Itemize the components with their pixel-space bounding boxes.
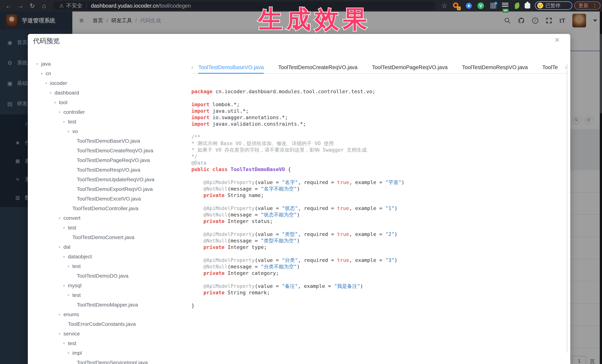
extension-list-icon[interactable]: on [502, 2, 509, 10]
tree-file[interactable]: ToolTestDemoConvert.java [36, 233, 190, 242]
caret-down-icon[interactable]: ▾ [41, 71, 46, 76]
tree-folder[interactable]: ▾convert [36, 213, 190, 223]
forward-icon[interactable]: → [15, 0, 26, 11]
caret-down-icon[interactable]: ▾ [45, 81, 50, 85]
extension-pin-icon[interactable] [465, 2, 473, 10]
tree-file[interactable]: ToolErrorCodeConstants.java [36, 319, 190, 329]
tree-folder[interactable]: ▾enums [36, 310, 190, 319]
menu-dots-icon[interactable]: ⋮ [592, 3, 597, 9]
dialog-title: 代码预览 [33, 37, 60, 46]
tree-folder[interactable]: ▾mysql [36, 281, 190, 291]
code-line: @NotNull(message = "名字不能为空") [191, 186, 562, 192]
extension-orange-icon[interactable]: 1 [452, 2, 460, 10]
caret-down-icon[interactable]: ▾ [36, 62, 41, 66]
scrollbar-thumb[interactable] [600, 34, 602, 114]
code-line: import lombok.*; [191, 101, 562, 108]
code-line: import javax.validation.constraints.*; [191, 121, 562, 127]
caret-down-icon[interactable]: ▾ [63, 120, 68, 124]
tree-node-label: mysql [68, 283, 81, 289]
extension-vue-icon[interactable]: V [477, 2, 484, 10]
tree-folder[interactable]: ▾controller [36, 107, 190, 117]
tabs-prev-icon[interactable]: ‹ [191, 64, 193, 70]
caret-down-icon[interactable]: ▾ [67, 129, 72, 134]
tree-file[interactable]: ToolTestDemoDO.java [36, 271, 190, 281]
close-icon[interactable]: × [555, 36, 559, 44]
caret-down-icon[interactable]: ▾ [59, 245, 64, 249]
caret-down-icon[interactable]: ▾ [63, 254, 68, 259]
tree-folder[interactable]: ▾tool [36, 98, 190, 107]
caret-down-icon[interactable]: ▾ [63, 283, 68, 288]
tree-node-label: convert [64, 215, 80, 221]
file-tab[interactable]: ToolTestDemoCreateReqVO.java [278, 61, 357, 73]
code-line: * 测试示例 Base VO，提供给添加、修改、详细的子 VO 使用 [191, 140, 562, 146]
tree-folder[interactable]: ▾test [36, 291, 190, 300]
extension-sprout-icon[interactable] [513, 2, 521, 10]
caret-down-icon[interactable]: ▾ [63, 226, 68, 230]
tree-node-label: iocoder [50, 80, 67, 86]
tree-folder[interactable]: ▾dataobject [36, 252, 190, 261]
code-line [191, 173, 562, 179]
file-tree: ▾java▾cn▾iocoder▾dashboard▾tool▾controll… [36, 59, 190, 364]
security-label[interactable]: 不安全 [66, 2, 82, 10]
file-tab[interactable]: ToolTestDemoRespVO.java [462, 61, 528, 73]
tree-file[interactable]: ToolTestDemoExportReqVO.java [36, 184, 190, 194]
code-line: @ApiModelProperty(value = "状态", required… [191, 205, 562, 211]
tree-folder[interactable]: ▾cn [36, 69, 190, 78]
tree-file[interactable]: ToolTestDemoPageReqVO.java [36, 156, 190, 165]
file-tabs: ‹ ToolTestDemoBaseVO.javaToolTestDemoCre… [191, 61, 568, 74]
tree-folder[interactable]: ▾test [36, 339, 190, 348]
tree-file[interactable]: ToolTestDemoUpdateReqVO.java [36, 175, 190, 184]
caret-down-icon[interactable]: ▾ [50, 91, 54, 95]
caret-down-icon[interactable]: ▾ [59, 332, 64, 336]
browser-scrollbar[interactable] [600, 11, 602, 364]
tree-folder[interactable]: ▾dal [36, 242, 190, 252]
tree-node-label: cn [46, 71, 51, 77]
tree-file[interactable]: ToolTestDemoServiceImpl.java [36, 358, 190, 364]
tree-file[interactable]: ToolTestDemoController.java [36, 204, 190, 213]
caret-down-icon[interactable]: ▾ [67, 351, 72, 355]
address-bar[interactable]: ⚠ 不安全 dashboard.yudao.iocoder.cn/tool/co… [53, 1, 435, 10]
tree-folder[interactable]: ▾test [36, 223, 190, 233]
tree-node-label: ToolTestDemoPageReqVO.java [77, 157, 150, 163]
caret-down-icon[interactable]: ▾ [54, 100, 59, 105]
extension-badge: 1 [457, 7, 461, 10]
file-tab[interactable]: ToolTe [542, 61, 558, 73]
bookmark-star-icon[interactable]: ☆ [441, 0, 447, 11]
update-button[interactable]: 更新 ⋮ [574, 1, 601, 10]
tree-file[interactable]: ToolTestDemoBaseVO.java [36, 136, 190, 146]
back-icon[interactable]: ← [3, 0, 14, 11]
update-label: 更新 [579, 2, 589, 9]
profile-paused-pill[interactable]: 已暂停 [535, 1, 572, 10]
file-tab[interactable]: ToolTestDemoBaseVO.java [198, 61, 264, 73]
tree-folder[interactable]: ▾impl [36, 348, 190, 358]
paused-label: 已暂停 [545, 2, 560, 9]
reload-icon[interactable]: ↻ [27, 0, 37, 11]
caret-down-icon[interactable]: ▾ [63, 341, 68, 346]
tree-folder[interactable]: ▾java [36, 59, 190, 69]
tree-node-label: ToolTestDemoConvert.java [72, 234, 134, 240]
caret-down-icon[interactable]: ▾ [59, 110, 64, 114]
tree-file[interactable]: ToolTestDemoCreateReqVO.java [36, 146, 190, 156]
caret-down-icon[interactable]: ▾ [59, 312, 64, 317]
tree-folder[interactable]: ▾iocoder [36, 78, 190, 88]
tree-file[interactable]: ToolTestDemoExcelVO.java [36, 194, 190, 204]
tree-file[interactable]: ToolTestDemoRespVO.java [36, 165, 190, 175]
tree-folder[interactable]: ▾vo [36, 127, 190, 136]
tree-node-label: test [68, 225, 76, 231]
extensions-puzzle-icon[interactable] [524, 2, 531, 10]
code-line: */ [191, 153, 562, 160]
file-tab[interactable]: ToolTestDemoPageReqVO.java [372, 61, 448, 73]
caret-down-icon[interactable]: ▾ [59, 216, 64, 220]
tree-node-label: tool [59, 100, 67, 105]
extension-grid-icon[interactable] [490, 2, 497, 10]
caret-down-icon[interactable]: ▾ [67, 293, 72, 297]
tree-folder[interactable]: ▾dashboard [36, 88, 190, 98]
tree-folder[interactable]: ▾service [36, 329, 190, 339]
tree-folder[interactable]: ▾test [36, 261, 190, 271]
omnibox-divider [86, 3, 87, 8]
code-scrollbar[interactable] [567, 63, 568, 353]
caret-down-icon[interactable]: ▾ [67, 264, 72, 269]
tree-folder[interactable]: ▾test [36, 117, 190, 127]
tree-file[interactable]: ToolTestDemoMapper.java [36, 300, 190, 310]
home-icon[interactable]: ⌂ [39, 0, 49, 11]
